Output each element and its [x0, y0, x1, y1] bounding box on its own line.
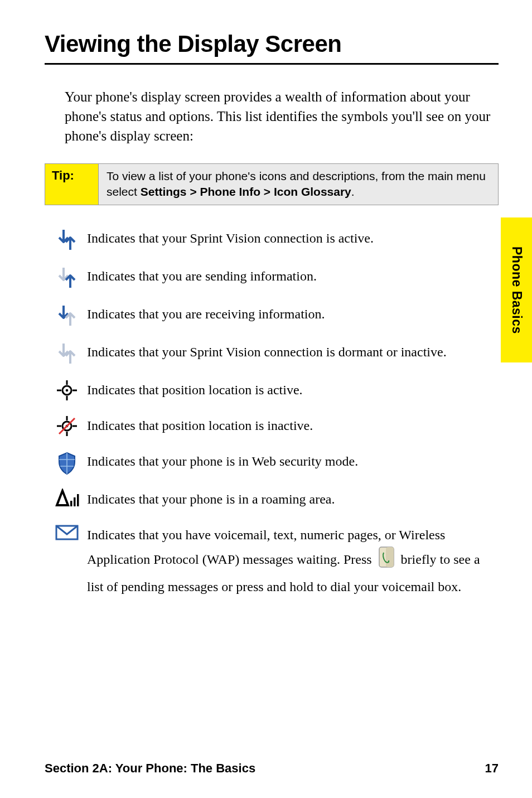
list-item: Indicates that your phone is in Web secu… — [47, 449, 493, 475]
envelope-icon — [47, 523, 87, 541]
page-title: Viewing the Display Screen — [45, 31, 499, 65]
tip-label: Tip: — [45, 164, 99, 205]
vision-active-icon — [47, 226, 87, 252]
page-footer: Section 2A: Your Phone: The Basics 17 — [45, 761, 499, 776]
roaming-icon — [47, 487, 87, 511]
tip-body: To view a list of your phone's icons and… — [99, 164, 498, 205]
item-desc: Indicates that your Sprint Vision connec… — [87, 340, 493, 364]
item-desc: Indicates that you are sending informati… — [87, 264, 493, 288]
location-inactive-icon — [47, 414, 87, 437]
item-desc: Indicates that your Sprint Vision connec… — [87, 226, 493, 250]
list-item: Indicates that your Sprint Vision connec… — [47, 226, 493, 252]
location-active-icon — [47, 378, 87, 402]
list-item: Indicates that you have voicemail, text,… — [47, 523, 493, 598]
svg-rect-13 — [70, 501, 72, 506]
section-tab-label: Phone Basics — [509, 246, 524, 334]
vision-dormant-icon — [47, 340, 87, 366]
svg-rect-15 — [77, 494, 79, 506]
talk-key-icon — [379, 546, 394, 575]
vision-sending-icon — [47, 264, 87, 290]
list-item: Indicates that your phone is in a roamin… — [47, 487, 493, 511]
web-security-icon — [47, 449, 87, 475]
intro-paragraph: Your phone's display screen provides a w… — [65, 87, 499, 146]
item-desc: Indicates that you are receiving informa… — [87, 302, 493, 326]
svg-rect-18 — [386, 547, 394, 567]
tip-box: Tip: To view a list of your phone's icon… — [45, 163, 499, 205]
item-desc: Indicates that position location is acti… — [87, 378, 493, 402]
list-item: Indicates that position location is inac… — [47, 414, 493, 437]
item-desc: Indicates that you have voicemail, text,… — [87, 523, 493, 598]
icon-glossary-list: Indicates that your Sprint Vision connec… — [47, 226, 499, 598]
svg-line-12 — [59, 418, 75, 434]
footer-section: Section 2A: Your Phone: The Basics — [45, 761, 255, 776]
item-desc: Indicates that your phone is in a roamin… — [87, 487, 493, 511]
item-desc: Indicates that your phone is in Web secu… — [87, 449, 493, 473]
item-desc: Indicates that position location is inac… — [87, 414, 493, 437]
footer-page-number: 17 — [485, 761, 499, 776]
section-tab: Phone Basics — [501, 217, 532, 362]
svg-rect-14 — [74, 497, 76, 506]
tip-text-bold: Settings > Phone Info > Icon Glossary — [141, 185, 351, 198]
list-item: Indicates that you are receiving informa… — [47, 302, 493, 328]
svg-point-1 — [66, 389, 69, 391]
list-item: Indicates that position location is acti… — [47, 378, 493, 402]
tip-text-c: . — [351, 185, 355, 198]
vision-receiving-icon — [47, 302, 87, 328]
list-item: Indicates that you are sending informati… — [47, 264, 493, 290]
list-item: Indicates that your Sprint Vision connec… — [47, 340, 493, 366]
